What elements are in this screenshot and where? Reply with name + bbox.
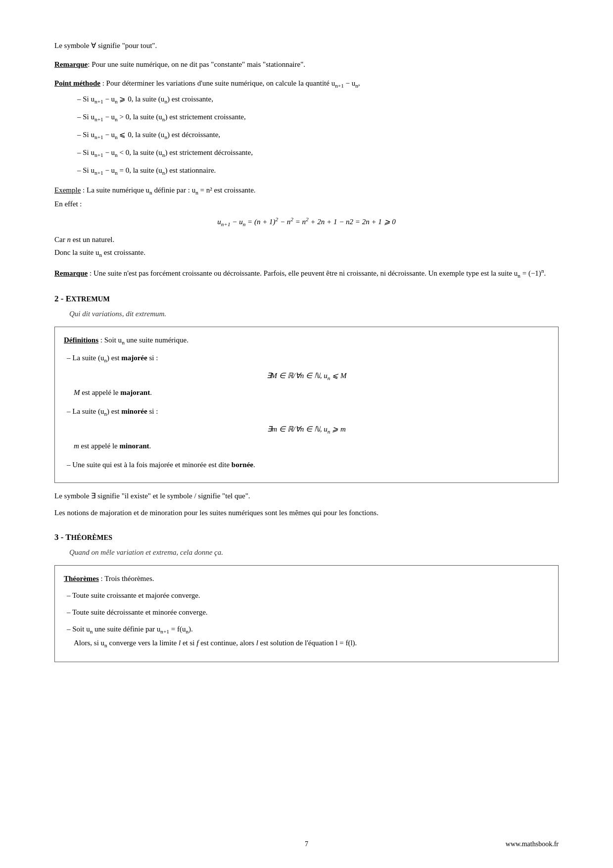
def-majorant-label: M est appelé le majorant.	[74, 386, 549, 398]
exemple-en-effet: En effet :	[54, 198, 559, 210]
thm-item2: Toute suite décroissante et minorée conv…	[64, 606, 549, 618]
def-majoree: La suite (un) est majorée si :	[64, 352, 549, 365]
def-box-header: Définitions : Soit un une suite numériqu…	[64, 334, 549, 347]
exemple-header: Exemple : La suite numérique un définie …	[54, 184, 559, 197]
pm-item1: Si un+1 − un ⩾ 0, la suite (un) est croi…	[74, 93, 559, 106]
remarque1-text: : Pour une suite numérique, on ne dit pa…	[88, 60, 305, 68]
notion-note: Les notions de majoration et de minorati…	[54, 507, 559, 519]
point-methode-label: Point méthode	[54, 79, 100, 87]
exemple-block: Exemple : La suite numérique un définie …	[54, 184, 559, 259]
def-minoree-formula: ∃m ∈ ℝ/∀n ∈ ℕ, un ⩾ m	[64, 423, 549, 436]
exists-note: Le symbole ∃ signifie "il existe" et le …	[54, 490, 559, 502]
exemple-formula: un+1 − un = (n + 1)2 − n2 = n2 + 2n + 1 …	[54, 215, 559, 229]
thm-box-label: Théorèmes	[64, 575, 99, 582]
remarque2: Remarque : Une suite n'est pas forcément…	[54, 266, 559, 280]
pm-item4: Si un+1 − un < 0, la suite (un) est stri…	[74, 146, 559, 159]
section2-number: 2 -	[54, 294, 66, 303]
remarque1-label: Remarque	[54, 60, 88, 68]
footer-page-number: 7	[305, 840, 308, 848]
def-minorant-label: m est appelé le minorant.	[74, 440, 549, 452]
section3-subtitle: Quand on mêle variation et extrema, cela…	[69, 546, 559, 558]
pm-item3: Si un+1 − un ⩽ 0, la suite (un) est décr…	[74, 129, 559, 142]
forall-note: Le symbole ∀ signifie "pour tout".	[54, 40, 559, 51]
thm-item3: Soit un une suite définie par un+1 = f(u…	[64, 623, 549, 650]
section2-subtitle: Qui dit variations, dit extremum.	[69, 308, 559, 320]
remarque2-label: Remarque	[54, 269, 88, 277]
exemple-label: Exemple	[54, 186, 81, 194]
pm-item2: Si un+1 − un > 0, la suite (un) est stri…	[74, 111, 559, 124]
pm-items: Si un+1 − un ⩾ 0, la suite (un) est croi…	[54, 93, 559, 177]
section3-title: 3 - THÉORÈMES	[54, 532, 559, 542]
def-majoree-formula: ∃M ∈ ℝ/∀n ∈ ℕ, un ⩽ M	[64, 370, 549, 383]
exemple-car: Car n est un naturel.	[54, 234, 559, 245]
point-methode-header: Point méthode : Pour déterminer les vari…	[54, 77, 559, 90]
exemple-donc: Donc la suite un est croissante.	[54, 246, 559, 259]
definitions-box: Définitions : Soit un une suite numériqu…	[54, 327, 559, 483]
theoremes-box: Théorèmes : Trois théorèmes. Toute suite…	[54, 565, 559, 662]
footer-url: www.mathsbook.fr	[506, 840, 559, 848]
def-minoree: La suite (un) est minorée si :	[64, 405, 549, 418]
thm-item3-line2: Alors, si un converge vers la limite l e…	[74, 637, 549, 650]
point-methode-block: Point méthode : Pour déterminer les vari…	[54, 77, 559, 177]
thm-item1: Toute suite croissante et majorée conver…	[64, 589, 549, 601]
thm-box-header: Théorèmes : Trois théorèmes.	[64, 573, 549, 584]
remarque1: Remarque: Pour une suite numérique, on n…	[54, 58, 559, 70]
page: Le symbole ∀ signifie "pour tout". Remar…	[0, 0, 613, 868]
def-box-label: Définitions	[64, 336, 98, 344]
pm-item5: Si un+1 − un = 0, la suite (un) est stat…	[74, 164, 559, 177]
section2-title: 2 - EXTREMUM	[54, 294, 559, 304]
def-bornee: Une suite qui est à la fois majorée et m…	[64, 459, 549, 471]
thm-item3-line1: Soit un une suite définie par un+1 = f(u…	[64, 623, 549, 636]
